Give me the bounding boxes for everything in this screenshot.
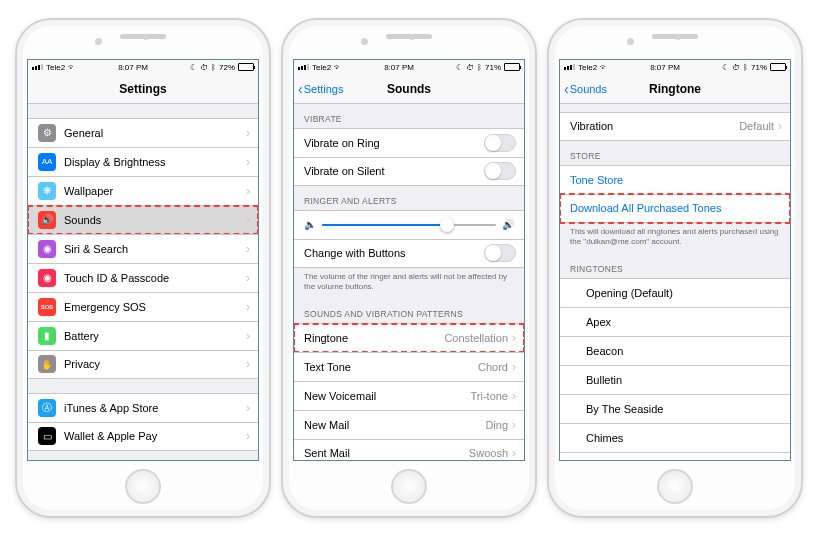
chevron-right-icon: ›	[778, 119, 782, 133]
settings-row-emergency-sos[interactable]: SOSEmergency SOS›	[28, 292, 258, 321]
pattern-row-new-voicemail[interactable]: New VoicemailTri-tone›	[294, 381, 524, 410]
store-row-0[interactable]: Tone Store	[560, 165, 790, 194]
phone-ringtone: Tele2 ᯤ 8:07 PM ☾ ⏱ ᛒ 71% ‹ Sounds Ringt…	[547, 18, 803, 518]
ringtone-row-by-the-seaside[interactable]: By The Seaside	[560, 394, 790, 423]
back-button[interactable]: ‹ Sounds	[564, 82, 607, 96]
home-button[interactable]	[657, 469, 693, 505]
wallet-icon: ▭	[38, 427, 56, 445]
group-header-vibrate: VIBRATE	[294, 104, 524, 128]
row-label: Sounds	[64, 214, 246, 226]
pattern-row-new-mail[interactable]: New MailDing›	[294, 410, 524, 439]
clock: 8:07 PM	[384, 63, 414, 72]
gear-icon: ⚙︎	[38, 124, 56, 142]
ringtone-list[interactable]: Vibration Default › STORE Tone StoreDown…	[560, 104, 790, 460]
screen-settings: Tele2 ᯤ 8:07 PM ☾ ⏱ ᛒ 72% Settings ⚙︎Gen…	[27, 59, 259, 461]
settings-row-touch-id-passcode[interactable]: ◉Touch ID & Passcode›	[28, 263, 258, 292]
row-label: Wallpaper	[64, 185, 246, 197]
carrier-label: Tele2	[312, 63, 331, 72]
page-title: Ringtone	[649, 82, 701, 96]
vibrate-row-0[interactable]: Vibrate on Ring	[294, 128, 524, 157]
sounds-list[interactable]: VIBRATE Vibrate on RingVibrate on Silent…	[294, 104, 524, 460]
ringtone-row-circuit[interactable]: Circuit	[560, 452, 790, 460]
chevron-right-icon: ›	[512, 360, 516, 374]
pattern-row-text-tone[interactable]: Text ToneChord›	[294, 352, 524, 381]
chevron-left-icon: ‹	[298, 82, 303, 96]
group-header-store: STORE	[560, 141, 790, 165]
signal-icon	[564, 64, 575, 70]
back-button[interactable]: ‹ Settings	[298, 82, 343, 96]
finger-icon: ◉	[38, 269, 56, 287]
change-with-buttons-row[interactable]: Change with Buttons	[294, 239, 524, 268]
settings-row-sounds[interactable]: 🔊Sounds›	[28, 205, 258, 234]
ringtone-row-opening-default-[interactable]: Opening (Default)	[560, 278, 790, 307]
toggle-switch[interactable]	[484, 134, 516, 152]
status-bar: Tele2 ᯤ 8:07 PM ☾ ⏱ ᛒ 71%	[560, 60, 790, 75]
group-header-patterns: SOUNDS AND VIBRATION PATTERNS	[294, 299, 524, 323]
ringtone-row-beacon[interactable]: Beacon	[560, 336, 790, 365]
pattern-row-ringtone[interactable]: RingtoneConstellation›	[294, 323, 524, 352]
settings-row-display-brightness[interactable]: AADisplay & Brightness›	[28, 147, 258, 176]
settings-row-general[interactable]: ⚙︎General›	[28, 118, 258, 147]
row-value: Chord	[478, 361, 508, 373]
bluetooth-icon: ᛒ	[743, 63, 748, 72]
ringtone-row-apex[interactable]: Apex	[560, 307, 790, 336]
settings-row-siri-search[interactable]: ◉Siri & Search›	[28, 234, 258, 263]
row-label: Sent Mail	[304, 447, 469, 459]
settings-row-privacy[interactable]: ✋Privacy›	[28, 350, 258, 379]
chevron-right-icon: ›	[512, 446, 516, 459]
row-label: Battery	[64, 330, 246, 342]
row-label: New Voicemail	[304, 390, 471, 402]
home-button[interactable]	[391, 469, 427, 505]
signal-icon	[298, 64, 309, 70]
chevron-right-icon: ›	[512, 389, 516, 403]
row-value: Ding	[485, 419, 508, 431]
settings-row-wallet-apple-pay[interactable]: ▭Wallet & Apple Pay›	[28, 422, 258, 451]
row-label: Apex	[586, 316, 782, 328]
screen-sounds: Tele2 ᯤ 8:07 PM ☾ ⏱ ᛒ 71% ‹ Settings Sou…	[293, 59, 525, 461]
settings-row-wallpaper[interactable]: ❋Wallpaper›	[28, 176, 258, 205]
signal-icon	[32, 64, 43, 70]
row-label: Ringtone	[304, 332, 444, 344]
battery-icon	[504, 63, 520, 71]
group-header-ringer: RINGER AND ALERTS	[294, 186, 524, 210]
row-label: By The Seaside	[586, 403, 782, 415]
row-label: Chimes	[586, 432, 782, 444]
flower-icon: ❋	[38, 182, 56, 200]
clock: 8:07 PM	[118, 63, 148, 72]
phone-sounds: Tele2 ᯤ 8:07 PM ☾ ⏱ ᛒ 71% ‹ Settings Sou…	[281, 18, 537, 518]
SOS-icon: SOS	[38, 298, 56, 316]
chevron-right-icon: ›	[246, 155, 250, 169]
moon-icon: ☾	[722, 63, 729, 72]
vibrate-row-1[interactable]: Vibrate on Silent	[294, 157, 524, 186]
row-label: Beacon	[586, 345, 782, 357]
wifi-icon: ᯤ	[68, 63, 76, 72]
chevron-right-icon: ›	[246, 357, 250, 371]
vibration-row[interactable]: Vibration Default ›	[560, 112, 790, 141]
home-button[interactable]	[125, 469, 161, 505]
ringtone-row-chimes[interactable]: Chimes	[560, 423, 790, 452]
chevron-right-icon: ›	[246, 126, 250, 140]
store-row-1[interactable]: Download All Purchased Tones	[560, 194, 790, 223]
chevron-right-icon: ›	[246, 329, 250, 343]
battery-percent: 71%	[485, 63, 501, 72]
settings-row-battery[interactable]: ▮Battery›	[28, 321, 258, 350]
volume-slider-row: 🔈 🔊	[294, 210, 524, 239]
volume-slider[interactable]	[322, 224, 496, 226]
ringtone-row-bulletin[interactable]: Bulletin	[560, 365, 790, 394]
carrier-label: Tele2	[578, 63, 597, 72]
chevron-left-icon: ‹	[564, 82, 569, 96]
link-label: Tone Store	[570, 174, 782, 186]
row-value: Constellation	[444, 332, 508, 344]
toggle-switch[interactable]	[484, 244, 516, 262]
page-title: Sounds	[387, 82, 431, 96]
settings-list[interactable]: ⚙︎General›AADisplay & Brightness›❋Wallpa…	[28, 104, 258, 460]
alarm-icon: ⏱	[200, 63, 208, 72]
battery-icon	[770, 63, 786, 71]
siri-icon: ◉	[38, 240, 56, 258]
toggle-switch[interactable]	[484, 162, 516, 180]
pattern-row-sent-mail[interactable]: Sent MailSwoosh›	[294, 439, 524, 460]
chevron-right-icon: ›	[512, 418, 516, 432]
settings-row-itunes-app-store[interactable]: ⒶiTunes & App Store›	[28, 393, 258, 422]
battery-percent: 71%	[751, 63, 767, 72]
battery-icon	[238, 63, 254, 71]
